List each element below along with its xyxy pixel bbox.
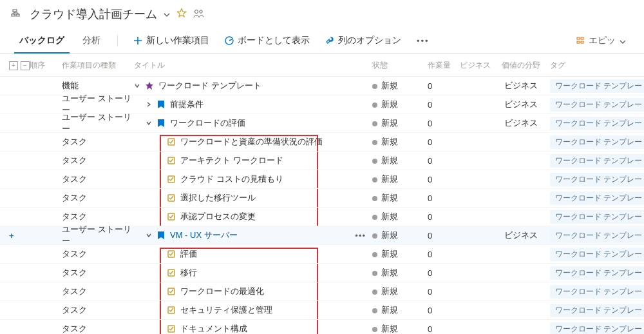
tag[interactable]: ワークロード テンプレート <box>550 135 644 149</box>
backlog-row[interactable]: +ユーザー ストーリーワークロードの評価新規0ビジネスワークロード テンプレート <box>0 114 644 133</box>
tag[interactable]: ワークロード テンプレート <box>550 229 644 242</box>
col-type[interactable]: 作業項目の種類 <box>62 60 134 71</box>
backlog-row[interactable]: +タスクセキュリティ保護と管理新規0ワークロード テンプレート <box>0 301 644 320</box>
tag[interactable]: ワークロード テンプレート <box>550 192 644 205</box>
value-area-cell: ビジネス <box>492 117 550 129</box>
view-as-board-button[interactable]: ボードとして表示 <box>218 31 316 50</box>
tab-backlog[interactable]: バックログ <box>12 28 72 53</box>
backlog-level-selector[interactable]: エピッ <box>576 35 632 46</box>
chevron-right-icon[interactable] <box>146 101 152 108</box>
col-tags[interactable]: タグ <box>550 60 644 71</box>
tag[interactable]: ワークロード テンプレート <box>550 210 644 224</box>
work-item-title[interactable]: クラウド コストの見積もり <box>180 173 283 185</box>
effort-cell: 0 <box>428 306 460 315</box>
col-order[interactable]: 順序 <box>30 60 62 71</box>
backlog-row[interactable]: +ユーザー ストーリーVM - UX サーバー•••新規0ビジネスワークロード … <box>0 226 644 245</box>
work-item-type: タスク <box>62 286 134 297</box>
effort-cell: 0 <box>428 212 460 222</box>
team-title[interactable]: クラウド導入計画チーム <box>30 6 157 22</box>
col-valuearea[interactable]: 価値の分野 <box>492 60 550 71</box>
story-icon <box>156 118 166 128</box>
work-item-title[interactable]: ワークロードと資産の準備状況の評価 <box>180 136 323 148</box>
new-work-item-button[interactable]: 新しい作業項目 <box>127 31 216 50</box>
backlog-row[interactable]: +タスク移行新規0ワークロード テンプレート <box>0 264 644 282</box>
work-item-title[interactable]: 評価 <box>180 248 197 260</box>
svg-rect-9 <box>581 41 583 43</box>
work-item-type: タスク <box>62 155 134 166</box>
backlog-row[interactable]: +タスククラウド コストの見積もり新規0ワークロード テンプレート <box>0 170 644 189</box>
chevron-down-icon[interactable] <box>146 120 152 127</box>
row-more-icon[interactable]: ••• <box>355 231 372 241</box>
tag[interactable]: ワークロード テンプレート <box>550 266 644 280</box>
column-options-button[interactable]: 列のオプション <box>319 31 408 50</box>
svg-rect-7 <box>581 37 583 39</box>
new-work-item-label: 新しい作業項目 <box>146 35 209 46</box>
work-item-title[interactable]: VM - UX サーバー <box>170 230 238 241</box>
svg-rect-1 <box>12 14 15 16</box>
tag[interactable]: ワークロード テンプレート <box>550 285 644 299</box>
work-item-title[interactable]: 移行 <box>180 267 197 279</box>
task-icon <box>166 268 176 278</box>
toolbar-more-icon[interactable]: ••• <box>410 32 436 50</box>
collapse-all-button[interactable]: − <box>21 61 30 70</box>
state-cell: 新規 <box>372 304 428 316</box>
task-icon <box>166 193 176 203</box>
work-item-title[interactable]: 選択した移行ツール <box>180 192 256 204</box>
work-item-title[interactable]: セキュリティ保護と管理 <box>180 304 272 316</box>
task-icon <box>166 305 176 315</box>
board-icon <box>225 36 234 45</box>
effort-cell: 0 <box>428 137 460 147</box>
backlog-row[interactable]: +タスクドキュメント構成新規0ワークロード テンプレート <box>0 320 644 334</box>
col-title[interactable]: タイトル <box>134 60 372 71</box>
divider <box>117 35 118 46</box>
work-item-title[interactable]: ワークロードの評価 <box>170 117 245 129</box>
favorite-star-icon[interactable] <box>176 8 187 21</box>
backlog-row[interactable]: +タスク評価新規0ワークロード テンプレート <box>0 245 644 264</box>
work-item-type: タスク <box>62 211 134 222</box>
chevron-down-icon[interactable] <box>134 83 140 90</box>
col-state[interactable]: 状態 <box>372 60 428 71</box>
state-cell: 新規 <box>372 136 428 148</box>
work-item-title[interactable]: 承認プロセスの変更 <box>180 211 256 222</box>
state-cell: 新規 <box>372 117 428 129</box>
state-cell: 新規 <box>372 80 428 92</box>
work-item-title[interactable]: ドキュメント構成 <box>180 323 247 334</box>
state-cell: 新規 <box>372 248 428 260</box>
state-cell: 新規 <box>372 323 428 334</box>
tag[interactable]: ワークロード テンプレート <box>550 173 644 186</box>
task-icon <box>166 174 176 184</box>
work-item-title[interactable]: ワークロード テンプレート <box>158 80 261 92</box>
state-cell: 新規 <box>372 173 428 185</box>
tag[interactable]: ワークロード テンプレート <box>550 154 644 168</box>
tag[interactable]: ワークロード テンプレート <box>550 304 644 317</box>
backlog-row[interactable]: +タスクアーキテクト ワークロード新規0ワークロード テンプレート <box>0 152 644 170</box>
col-biz[interactable]: ビジネス <box>460 60 492 71</box>
task-icon <box>166 249 176 259</box>
team-dropdown-caret[interactable] <box>164 10 170 18</box>
backlog-row[interactable]: +タスクワークロードと資産の準備状況の評価新規0ワークロード テンプレート <box>0 133 644 152</box>
tag[interactable]: ワークロード テンプレート <box>550 98 644 112</box>
work-item-title[interactable]: 前提条件 <box>170 99 204 110</box>
chevron-down-icon[interactable] <box>146 232 152 239</box>
effort-cell: 0 <box>428 156 460 166</box>
work-item-title[interactable]: アーキテクト ワークロード <box>180 155 283 166</box>
tag[interactable]: ワークロード テンプレート <box>550 248 644 261</box>
wrench-icon <box>325 36 334 45</box>
add-child-button[interactable]: + <box>9 231 14 241</box>
backlog-row[interactable]: +タスクワークロードの最適化新規0ワークロード テンプレート <box>0 282 644 301</box>
plus-icon <box>133 36 142 45</box>
work-item-type: ユーザー ストーリー <box>62 224 134 247</box>
tag[interactable]: ワークロード テンプレート <box>550 322 644 335</box>
tab-analytics[interactable]: 分析 <box>75 28 108 53</box>
work-item-type: タスク <box>62 248 134 260</box>
work-item-title[interactable]: ワークロードの最適化 <box>180 286 264 297</box>
team-members-icon[interactable] <box>193 8 205 21</box>
feature-icon <box>144 81 155 91</box>
tag[interactable]: ワークロード テンプレート <box>550 79 644 93</box>
col-effort[interactable]: 作業量 <box>428 60 460 71</box>
tag[interactable]: ワークロード テンプレート <box>550 117 644 130</box>
state-cell: 新規 <box>372 286 428 297</box>
backlog-row[interactable]: +タスク選択した移行ツール新規0ワークロード テンプレート <box>0 189 644 208</box>
svg-point-3 <box>195 10 198 13</box>
expand-all-button[interactable]: + <box>9 61 18 70</box>
